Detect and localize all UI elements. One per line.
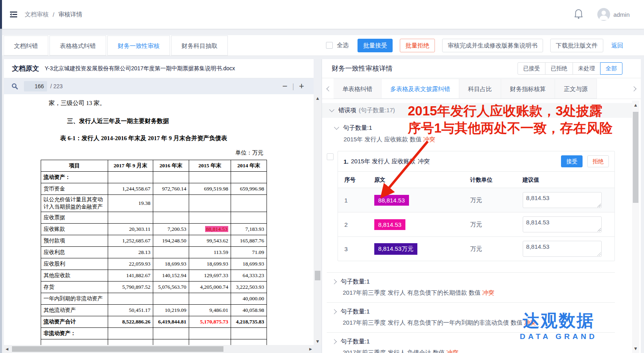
doc-cell	[231, 212, 267, 224]
doc-table-header-cell: 项目	[41, 160, 108, 172]
doc-vscroll-thumb[interactable]	[315, 271, 320, 280]
scroll-up-icon[interactable]: ▲	[632, 103, 639, 107]
suggestion-input[interactable]: 8,814.53	[523, 216, 602, 232]
watermark-cn: 达观数据	[520, 311, 597, 330]
card-checkbox[interactable]	[327, 153, 334, 160]
scroll-up-icon[interactable]: ▲	[314, 96, 322, 100]
conflict-original-cell: 8,814.53	[371, 212, 467, 237]
page-number-input[interactable]: 166	[24, 81, 47, 91]
doc-table-row: 非流动资产：	[41, 328, 267, 339]
resize-handle-icon[interactable]	[597, 203, 601, 207]
suggestion-input[interactable]: 8,814.53	[523, 241, 602, 257]
tabs-scroll-right-icon[interactable]	[629, 85, 638, 92]
batch-accept-button[interactable]: 批量接受	[358, 39, 393, 52]
doc-vertical-scrollbar[interactable]: ▲ ▼	[314, 95, 322, 345]
breadcrumb-review-detail: 审核详情	[58, 11, 82, 18]
notification-bell-icon[interactable]	[573, 8, 584, 20]
conflict-unit: 万元	[467, 237, 519, 261]
expand-icon	[332, 339, 337, 344]
original-value-badge[interactable]: 88,814.53	[374, 195, 409, 206]
resize-handle-icon[interactable]	[597, 228, 601, 232]
error-group[interactable]: 句子数量:1 2015年 发行人 应收账款 数值 冲突	[335, 124, 632, 143]
zoom-divider: |	[292, 82, 294, 91]
tab-3[interactable]: 财务一致性审核	[107, 36, 170, 56]
review-tab-1[interactable]: 单表格纠错	[334, 79, 381, 99]
error-item[interactable]: 句子数量:12017年前三季度 发行人 有息负债下的长期借款 数值 冲突	[327, 272, 615, 302]
select-all-label: 全选	[337, 42, 349, 49]
card-title: 2015年 发行人 应收账款	[351, 158, 416, 165]
doc-cell: 50,451.17	[108, 305, 153, 316]
filter-2[interactable]: 已拒绝	[545, 62, 573, 75]
doc-cell: 141,882.67	[108, 270, 153, 282]
conflict-col-header: 序号	[338, 172, 371, 188]
batch-reject-button[interactable]: 批量拒绝	[400, 39, 435, 52]
doc-table-row: 应收票据	[41, 212, 267, 224]
username: admin	[613, 11, 630, 18]
select-all-checkbox[interactable]	[326, 42, 333, 49]
review-tab-3[interactable]: 科目占比	[459, 79, 501, 99]
conflict-row: 38,814.53万元万元8,814.53	[338, 237, 614, 261]
back-button[interactable]: 返回	[611, 39, 623, 52]
doc-cell: 113.59	[189, 247, 231, 258]
doc-cell: 19.38	[108, 195, 153, 212]
doc-cell: 18,699.93	[189, 258, 231, 270]
doc-table-row: 流动资产：	[41, 172, 267, 183]
doc-row-label: 应收股利	[41, 258, 108, 270]
doc-cell	[189, 328, 231, 339]
review-tab-4[interactable]: 财务指标核算	[501, 79, 555, 99]
zoom-in-icon[interactable]: +	[296, 82, 306, 91]
download-annotated-button[interactable]: 下载批注版文件	[550, 39, 603, 52]
breadcrumb-doc-review[interactable]: 文档审核	[25, 11, 49, 18]
conflict-row: 28,814.53万元8,814.53	[338, 212, 614, 237]
scroll-down-icon[interactable]: ▼	[314, 339, 322, 343]
review-tab-2[interactable]: 多表格及表文披露纠错	[381, 79, 459, 99]
conflict-card-header: 1. 2015年 发行人 应收账款 冲突 接受 拒绝	[338, 151, 614, 172]
doc-cell: 6,419,844.81	[153, 316, 189, 328]
review-vscroll-thumb[interactable]	[633, 112, 638, 203]
scroll-left-icon[interactable]: ◀	[6, 347, 8, 351]
collapse-icon	[334, 125, 339, 130]
doc-table-row: 应收账款20,303.117,200.5388,814.537,183.93	[41, 224, 267, 235]
doc-cell: 28.13	[108, 247, 153, 258]
conflict-table: 序号原文计数单位建议值 188,814.53万元8,814.5328,814.5…	[338, 172, 614, 261]
tab-4[interactable]: 财务科目抽取	[171, 36, 228, 56]
doc-cell	[153, 328, 189, 339]
doc-cell: 4,218,735.83	[231, 316, 267, 328]
reject-button[interactable]: 拒绝	[587, 155, 609, 167]
complete-generate-button[interactable]: 审核完成并生成修改版募集说明书	[442, 39, 543, 52]
search-icon[interactable]	[11, 83, 18, 90]
doc-cell: 18,699.93	[153, 258, 189, 270]
datagrand-watermark: 达观数据 DATA GRAND	[520, 311, 597, 341]
original-value-badge[interactable]: 8,814.53	[374, 219, 405, 230]
user-avatar[interactable]	[597, 8, 610, 21]
filter-4[interactable]: 全部	[600, 62, 622, 75]
zoom-out-icon[interactable]: −	[280, 82, 290, 91]
doc-horizontal-scrollbar[interactable]: ◀ ▶	[4, 345, 314, 353]
tab-1[interactable]: 文档纠错	[4, 36, 48, 56]
review-tab-5[interactable]: 正文与源	[555, 79, 597, 99]
doc-cell: 972,760.14	[153, 183, 189, 195]
scroll-right-icon[interactable]: ▶	[309, 347, 312, 351]
doc-cell: 4,205,000.74	[189, 282, 231, 293]
filter-1[interactable]: 已接受	[518, 62, 545, 75]
suggestion-input[interactable]: 8,814.53	[523, 192, 602, 208]
menu-fold-icon[interactable]	[9, 10, 18, 19]
tab-2[interactable]: 表格格式纠错	[49, 36, 106, 56]
error-section-header[interactable]: 错误项 (句子数量:17)	[322, 103, 632, 118]
accept-button[interactable]: 接受	[561, 155, 583, 167]
filter-3[interactable]: 未处理	[573, 62, 601, 75]
doc-hscroll-thumb[interactable]	[12, 346, 223, 352]
doc-table: 项目2017 年 9 月末2016 年末2015 年末2014 年末 流动资产：…	[41, 160, 267, 345]
original-value-badge[interactable]: 8,814.53万元	[374, 243, 417, 255]
doc-cell	[153, 195, 189, 212]
highlighted-value[interactable]: 88,814.53	[205, 226, 228, 232]
doc-cell: 22,059.93	[108, 258, 153, 270]
resize-handle-icon[interactable]	[597, 252, 601, 256]
doc-table-row: 货币资金1,244,558.67972,760.14699,519.98659,…	[41, 183, 267, 195]
page-total: / 223	[50, 83, 63, 89]
scroll-down-icon[interactable]: ▼	[632, 347, 639, 351]
doc-cell	[189, 293, 231, 305]
doc-row-label: 流动资产合计	[41, 316, 108, 328]
review-vertical-scrollbar[interactable]: ▲ ▼	[632, 101, 639, 353]
tabs-scroll-left-icon[interactable]	[324, 85, 334, 92]
